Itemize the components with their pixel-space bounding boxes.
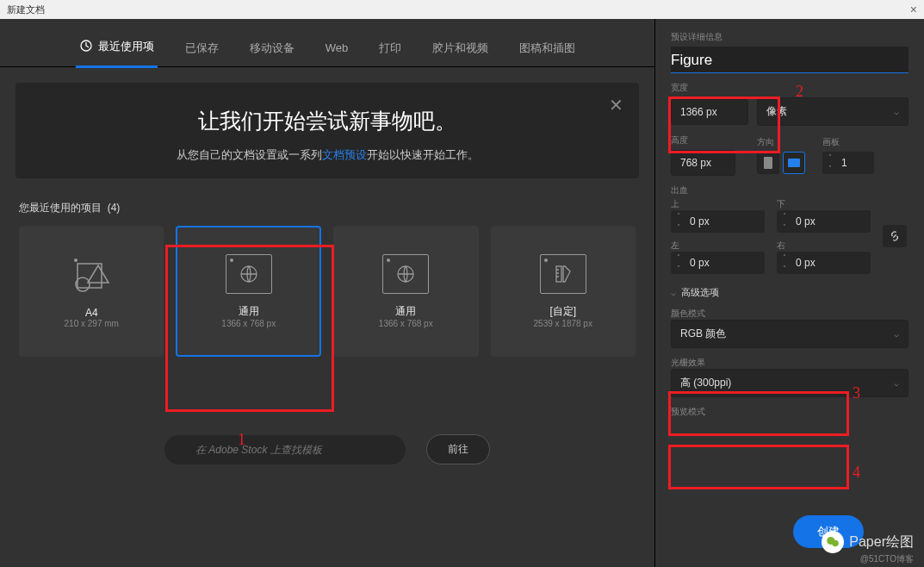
portrait-icon (764, 157, 772, 169)
advanced-toggle[interactable]: ⌵ 高级选项 (671, 286, 908, 299)
bleed-left-input[interactable] (686, 252, 722, 274)
stepper-down-icon[interactable]: ˅ (822, 163, 838, 174)
stepper-down-icon[interactable]: ˅ (671, 221, 686, 233)
globe-icon (382, 254, 429, 294)
title-bar: 新建文档 × (0, 0, 924, 19)
tab-art[interactable]: 图稿和插图 (516, 30, 579, 66)
preset-generic-1[interactable]: 通用 1366 x 768 px (176, 226, 321, 357)
height-input[interactable]: 768 px (671, 150, 735, 176)
preset-label: A4 (65, 307, 119, 319)
annotation-number-1: 1 (238, 431, 245, 449)
stepper-down-icon[interactable]: ˅ (777, 263, 792, 274)
stepper-down-icon[interactable]: ˅ (671, 263, 686, 274)
link-icon (889, 230, 901, 242)
landscape-icon (788, 159, 800, 167)
clock-icon (79, 39, 93, 55)
orient-portrait-button[interactable] (757, 152, 779, 174)
svg-point-8 (833, 540, 840, 547)
preset-label: 通用 (221, 304, 276, 319)
search-row: 前往 (0, 434, 654, 464)
tab-label: 图稿和插图 (519, 40, 575, 56)
intro-close-icon[interactable]: ✕ (609, 95, 623, 115)
preset-dim: 1366 x 768 px (221, 319, 276, 328)
chevron-down-icon: ⌵ (671, 288, 676, 297)
orient-label: 方向 (757, 136, 805, 148)
preview-label: 预览模式 (671, 406, 908, 418)
stepper-down-icon[interactable]: ˅ (777, 221, 792, 233)
tab-film[interactable]: 胶片和视频 (429, 30, 492, 66)
artboard-label: 画板 (822, 136, 874, 148)
shapes-icon (71, 255, 112, 296)
stepper-up-icon[interactable]: ˄ (777, 252, 792, 263)
preset-list: A4 210 x 297 mm 通用 1366 x 768 px 通用 (0, 226, 654, 357)
width-label: 宽度 (671, 82, 908, 94)
intro-link[interactable]: 文档预设 (322, 148, 367, 161)
orient-landscape-button[interactable] (783, 152, 805, 174)
recent-header: 您最近使用的项目 (4) (19, 201, 654, 215)
preset-dim: 2539 x 1878 px (534, 319, 592, 328)
preset-label: 通用 (379, 304, 433, 319)
chevron-down-icon: ⌵ (894, 107, 899, 116)
height-label: 高度 (671, 134, 740, 146)
doc-name-input[interactable] (671, 47, 908, 73)
preset-custom[interactable]: [自定] 2539 x 1878 px (491, 226, 636, 357)
raster-label: 光栅效果 (671, 357, 908, 369)
width-input[interactable]: 1366 px (671, 99, 748, 125)
link-bleed-button[interactable] (883, 225, 907, 247)
preset-a4[interactable]: A4 210 x 297 mm (19, 226, 164, 357)
tab-label: 已保存 (185, 40, 219, 56)
titlebar-close-icon[interactable]: × (910, 3, 917, 16)
stepper-up-icon[interactable]: ˄ (777, 210, 792, 221)
preset-label: [自定] (534, 304, 592, 319)
tab-label: 胶片和视频 (432, 40, 488, 56)
details-pane: 预设详细信息 宽度 1366 px 像素⌵ 高度 768 px 方向 (654, 19, 924, 567)
left-pane: 最近使用项 已保存 移动设备 Web 打印 胶片和视频 图稿和插图 ✕ 让我们开… (0, 19, 654, 567)
svg-rect-5 (556, 266, 561, 282)
bleed-top-label: 上 (671, 198, 765, 210)
watermark: Paper绘图 (822, 531, 914, 553)
tab-saved[interactable]: 已保存 (182, 30, 222, 66)
preset-generic-2[interactable]: 通用 1366 x 768 px (333, 226, 478, 357)
bleed-label: 出血 (671, 184, 908, 196)
tab-label: 打印 (379, 40, 401, 56)
stepper-up-icon[interactable]: ˄ (671, 210, 686, 221)
intro-title: 让我们开始尝试新事物吧。 (33, 107, 622, 135)
tab-label: 最近使用项 (98, 39, 154, 54)
tab-web[interactable]: Web (322, 31, 352, 65)
bleed-right-label: 右 (777, 240, 871, 252)
tab-print[interactable]: 打印 (375, 30, 405, 66)
bleed-right-input[interactable] (792, 252, 828, 274)
bleed-bottom-label: 下 (777, 198, 871, 210)
annotation-number-2: 2 (796, 83, 803, 101)
color-mode-label: 颜色模式 (671, 308, 908, 320)
preset-dim: 210 x 297 mm (65, 319, 119, 328)
raster-dropdown[interactable]: 高 (300ppi)⌵ (671, 369, 908, 397)
annotation-number-4: 4 (853, 464, 860, 482)
color-mode-dropdown[interactable]: RGB 颜色⌵ (671, 320, 908, 348)
dialog-title: 新建文档 (7, 3, 45, 16)
globe-icon (226, 254, 272, 294)
intro-subtitle: 从您自己的文档设置或一系列文档预设开始以快速开始工作。 (33, 147, 622, 163)
wechat-icon (822, 531, 844, 553)
intro-panel: ✕ 让我们开始尝试新事物吧。 从您自己的文档设置或一系列文档预设开始以快速开始工… (16, 83, 639, 178)
ruler-pencil-icon (540, 254, 586, 294)
stepper-up-icon[interactable]: ˄ (822, 152, 838, 163)
preset-dim: 1366 x 768 px (379, 319, 433, 328)
annotation-number-3: 3 (853, 384, 860, 402)
artboard-input[interactable] (838, 152, 874, 174)
bleed-bottom-input[interactable] (792, 210, 828, 233)
bleed-top-input[interactable] (686, 210, 722, 233)
chevron-down-icon: ⌵ (894, 378, 899, 388)
bleed-left-label: 左 (671, 240, 765, 252)
tab-mobile[interactable]: 移动设备 (246, 30, 298, 66)
go-button[interactable]: 前往 (426, 434, 490, 464)
search-input[interactable] (164, 435, 406, 464)
chevron-down-icon: ⌵ (894, 329, 899, 339)
tab-label: 移动设备 (250, 40, 295, 56)
document-tabs: 最近使用项 已保存 移动设备 Web 打印 胶片和视频 图稿和插图 (0, 29, 654, 67)
stepper-up-icon[interactable]: ˄ (671, 252, 686, 263)
unit-dropdown[interactable]: 像素⌵ (757, 97, 908, 126)
details-header: 预设详细信息 (671, 31, 908, 43)
tab-recent[interactable]: 最近使用项 (76, 28, 158, 68)
tab-label: Web (326, 41, 349, 54)
